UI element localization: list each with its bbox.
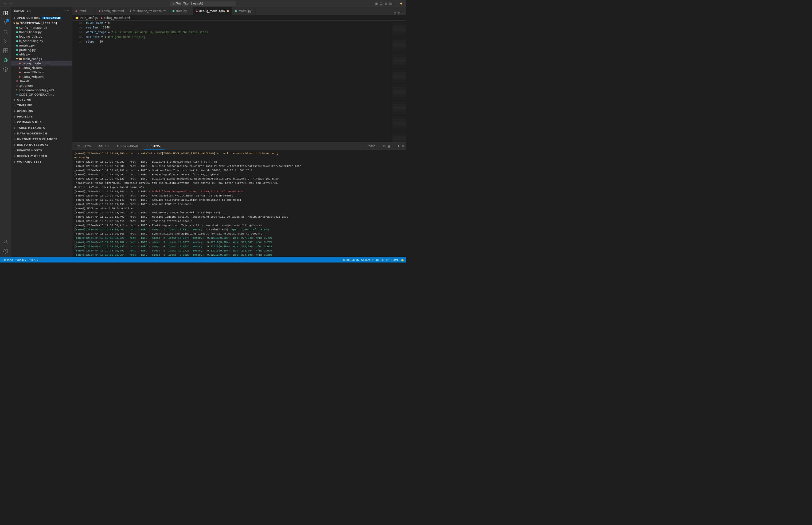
svg-rect-13 (6, 49, 8, 50)
tab-llama70b[interactable]: ◆ llama_70b.toml (96, 7, 127, 15)
close-panel-icon[interactable]: ✕ (401, 144, 404, 148)
status-spaces[interactable]: Spaces: 4 (361, 258, 373, 261)
file-llama7b[interactable]: ◆ llama_7b.toml (11, 65, 72, 70)
file-float8[interactable]: ● float8_linear.py (11, 30, 72, 34)
forward-button[interactable]: → (9, 2, 12, 5)
file-config-manager[interactable]: ● config_manager.py (11, 25, 72, 30)
explorer-actions[interactable]: ··· (65, 9, 70, 13)
tab-train[interactable]: ● train.py (170, 7, 193, 15)
section-remote-hosts[interactable]: REMOTE HOSTS (11, 148, 72, 153)
section-table-metadata[interactable]: TABLE METADATA (11, 125, 72, 131)
tab-debug-model[interactable]: ◆ debug_model.toml (193, 7, 232, 15)
svg-point-20 (5, 251, 6, 252)
file-name-llama70b: llama_70b.toml (21, 75, 44, 78)
kill-terminal-icon[interactable]: ▣ (387, 144, 390, 148)
file-flake8[interactable]: ⚙ .flake8 (11, 79, 72, 84)
status-main-branch[interactable]: ⑂ main ↻ (15, 258, 27, 261)
layout-icon-4[interactable]: ⊟ (389, 2, 392, 5)
file-utils[interactable]: ● utils.py (11, 52, 72, 57)
activity-item-xplugins[interactable] (1, 65, 10, 74)
status-language[interactable]: TOML (391, 258, 398, 261)
layout-icon-1[interactable]: ▣ (375, 2, 378, 5)
activity-item-git[interactable]: 1 (1, 18, 10, 27)
file-debug-model[interactable]: ◆ debug_model.toml (11, 61, 72, 65)
status-encoding[interactable]: UTF-8 (376, 258, 383, 261)
data-workbench-label: DATA WORKBENCH (17, 132, 47, 135)
panel-tab-terminal[interactable]: TERMINAL (144, 142, 165, 150)
tab-multinode[interactable]: $ multinode_trainer.slurm (127, 7, 169, 15)
py-icon-2: ● (16, 31, 18, 34)
app-body: 1 (0, 7, 406, 257)
section-recently-opened[interactable]: RECENTLY OPENED (11, 153, 72, 159)
tab-more-icon[interactable]: ··· (401, 12, 404, 15)
section-outline[interactable]: OUTLINE (11, 97, 72, 103)
layout-icon-3[interactable]: ⊞ (385, 2, 387, 5)
section-command-hub[interactable]: COMMAND HUB (11, 119, 72, 125)
svg-line-8 (6, 21, 7, 23)
working-sets-label: WORKING SETS (17, 160, 42, 163)
activity-item-explorer[interactable] (1, 9, 10, 17)
panel-tab-output[interactable]: OUTPUT (94, 142, 112, 150)
add-terminal-icon[interactable]: + (379, 144, 381, 148)
panel-tab-debug-console[interactable]: DEBUG CONSOLE (112, 142, 143, 150)
code-editor[interactable]: 30 batch_size = 8 31 seq_len = 2048 (72, 21, 392, 142)
timeline-arrow (14, 103, 16, 107)
breadcrumb-sep: › (99, 16, 100, 19)
file-metrics[interactable]: ● metrics.py (11, 43, 72, 48)
maximize-panel-icon[interactable]: ⬆ (397, 144, 400, 148)
status-branch[interactable]: ⑂ less.sb (2, 258, 13, 261)
address-bar[interactable]: ⌕ TorchTitan [less.sb] (170, 1, 236, 6)
status-line-ending[interactable]: LF (386, 258, 389, 261)
section-bento-notebooks[interactable]: BENTO NOTEBOOKS (11, 142, 72, 148)
section-data-workbench[interactable]: DATA WORKBENCH (11, 131, 72, 136)
file-llama70b[interactable]: ◆ llama_70b.toml (11, 75, 72, 79)
status-errors[interactable]: ✕ 0 ⚠ 0 (28, 258, 38, 261)
back-button[interactable]: ← (4, 2, 7, 5)
tab-layout-icon-1[interactable]: ⊡ (394, 11, 397, 15)
breadcrumb-part-2[interactable]: debug_model.toml (104, 16, 130, 19)
activity-item-run[interactable] (1, 37, 10, 46)
file-name-flake8: .flake8 (19, 79, 29, 83)
uncommitted-label: UNCOMMITTED CHANGES (17, 138, 58, 141)
svg-rect-12 (3, 49, 5, 50)
breadcrumb-part-1[interactable]: train_configs (80, 16, 98, 19)
terminal-more-icon[interactable]: ··· (393, 144, 395, 148)
file-code-of-conduct[interactable]: ◈ CODE_OF_CONDUCT.md (11, 92, 72, 97)
panel-tab-problems[interactable]: PROBLEMS (72, 142, 94, 150)
file-profiling[interactable]: ● profiling.py (11, 48, 72, 52)
tab-layout-icon-2[interactable]: ⊞ (398, 11, 400, 15)
activity-item-extensions[interactable] (1, 46, 10, 55)
folder-train-configs[interactable]: ▼ train_configs (11, 57, 72, 61)
status-notifications[interactable]: 🔔 (401, 258, 404, 261)
tab-train-label: train.py (176, 10, 187, 13)
term-line-10: [rank0]:2024-04-15 19:32:49,150 - root -… (74, 202, 404, 206)
section-timeline[interactable]: TIMELINE (11, 103, 72, 108)
split-terminal-icon[interactable]: ⊟ (383, 144, 386, 148)
terminal-content[interactable]: [rank0]:2024-04-15 19:32:44,960 - root -… (72, 150, 406, 257)
section-xplugins[interactable]: XPLUGINS (11, 108, 72, 114)
layout-icon-2[interactable]: ⊡ (380, 2, 383, 5)
section-projects[interactable]: PROJECTS (11, 114, 72, 119)
file-lr[interactable]: ● lr_scheduling.py (11, 39, 72, 43)
project-root[interactable]: ▼ TORCHTITAN [LESS.SB] (11, 21, 72, 25)
code-line-34: 34 steps = 10 (72, 40, 392, 44)
activity-item-account[interactable] (1, 238, 10, 246)
activity-item-search[interactable] (1, 28, 10, 36)
section-working-sets[interactable]: WORKING SETS (11, 159, 72, 165)
train-configs-folder-icon (19, 57, 22, 61)
file-gitignore[interactable]: ◇ .gitignore (11, 84, 72, 88)
toml-icon-llama13: ◆ (19, 71, 21, 74)
tab-model-py[interactable]: ● model.py (232, 7, 256, 15)
file-logging[interactable]: ● logging_utils.py (11, 34, 72, 39)
file-pre-commit[interactable]: ! .pre-commit-config.yaml (11, 88, 72, 92)
status-position[interactable]: Ln 38, Col 16 (342, 258, 359, 261)
activity-item-remote[interactable] (1, 56, 10, 64)
activity-item-settings[interactable] (1, 247, 10, 255)
term-line-2: [rank0]:2024-04-15 19:32:46,983 - root -… (74, 160, 404, 164)
tab-toml-root[interactable]: ◆ .toml (72, 7, 96, 15)
file-llama13b[interactable]: ◆ llama_13b.toml (11, 70, 72, 75)
open-editors-section[interactable]: OPEN EDITORS 1 unsaved (11, 15, 72, 21)
line-num-33: 33 (75, 35, 82, 40)
breadcrumb: 📁 train_configs › ◆ debug_model.toml (72, 15, 406, 21)
section-uncommitted-changes[interactable]: UNCOMMITTED CHANGES (11, 136, 72, 142)
